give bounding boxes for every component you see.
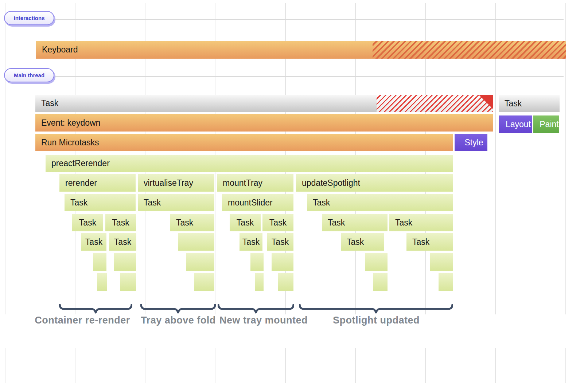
gridline-vertical — [215, 348, 215, 383]
task-bar[interactable]: Task — [81, 233, 106, 251]
annotation-label: Tray above fold — [141, 315, 216, 326]
rerender-bar[interactable]: rerender — [59, 174, 136, 192]
bar-label: Task — [322, 218, 345, 228]
anonymous-task-bar[interactable] — [186, 253, 214, 271]
bar-label: Task — [499, 99, 522, 109]
anonymous-task-bar[interactable] — [97, 273, 107, 291]
bar-label: Task — [114, 237, 131, 247]
annotation-label: Container re-render — [35, 315, 130, 326]
bar-label: mountSlider — [222, 198, 273, 208]
anonymous-task-bar[interactable] — [255, 273, 264, 291]
bar-label: virtualiseTray — [138, 178, 193, 188]
anonymous-task-bar[interactable] — [178, 233, 214, 251]
bar-label: Task — [237, 218, 254, 228]
task-bar[interactable]: Task — [406, 233, 453, 251]
task-bar[interactable]: Task — [170, 214, 214, 231]
gridline-vertical — [5, 348, 5, 383]
bar-label: Run Microtasks — [35, 138, 99, 148]
mount-slider-bar[interactable]: mountSlider — [222, 194, 293, 211]
anonymous-task-bar[interactable] — [120, 273, 136, 291]
bar-label: Task — [35, 98, 58, 108]
task-bar[interactable]: Task — [307, 194, 453, 211]
anonymous-task-bar[interactable] — [93, 253, 106, 271]
task-bar[interactable]: Task — [65, 194, 136, 211]
task-bar[interactable]: Task — [341, 233, 384, 251]
interactions-track-badge[interactable]: Interactions — [4, 11, 54, 25]
bar-label: Event: keydown — [35, 118, 100, 128]
anonymous-task-bar[interactable] — [250, 253, 264, 271]
bar-label: Task — [85, 237, 102, 247]
task-bar[interactable]: Task — [72, 214, 103, 231]
task-bar[interactable]: Task — [105, 214, 136, 231]
main-thread-track-label: Main thread — [14, 72, 44, 78]
bar-label: Task — [269, 218, 287, 228]
task-bar[interactable]: Task — [262, 214, 293, 231]
main-thread-track-separator-line — [55, 76, 564, 77]
keyboard-bar[interactable]: Keyboard — [36, 41, 566, 59]
virtualise-tray-bar[interactable]: virtualiseTray — [138, 174, 214, 192]
preact-rerender-bar[interactable]: preactRerender — [46, 155, 453, 172]
bar-label: rerender — [59, 178, 97, 188]
bar-label: preactRerender — [46, 158, 110, 168]
task-bar[interactable]: Task — [389, 214, 453, 231]
performance-flame-chart: Interactions Main thread KeyboardTaskEve… — [0, 0, 584, 392]
interactions-track-separator-line — [55, 19, 564, 20]
bar-label: Layout — [500, 119, 531, 129]
bar-label: Task — [406, 237, 429, 247]
bar-label: Paint — [534, 119, 558, 129]
gridline-vertical — [565, 348, 566, 383]
anonymous-task-bar[interactable] — [278, 273, 293, 291]
gridline-vertical — [145, 348, 145, 383]
anonymous-task-bar[interactable] — [114, 253, 136, 271]
bar-label: Task — [112, 218, 129, 228]
mount-tray-bar[interactable]: mountTray — [217, 174, 293, 192]
bar-label: Task — [65, 198, 87, 208]
bar-label: Task — [170, 218, 193, 228]
bar-label: Task — [341, 237, 364, 247]
long-task-corner-flag — [479, 95, 493, 109]
paint-bar[interactable]: Paint — [533, 115, 559, 133]
task-bar[interactable]: Task — [138, 194, 214, 211]
task-bar[interactable]: Task — [109, 233, 136, 251]
anonymous-task-bar[interactable] — [439, 273, 453, 291]
second-task-bar[interactable]: Task — [499, 95, 560, 112]
style-bar[interactable]: Style — [455, 134, 487, 151]
bar-label: Keyboard — [36, 45, 78, 55]
main-thread-track-badge[interactable]: Main thread — [4, 68, 54, 82]
annotation-label: Spotlight updated — [333, 315, 420, 326]
gridline-vertical — [5, 3, 5, 314]
annotation-brace — [299, 304, 453, 314]
run-microtasks-bar[interactable]: Run Microtasks — [35, 134, 453, 151]
anonymous-task-bar[interactable] — [194, 273, 214, 291]
overrun-hatch-pattern — [373, 41, 566, 59]
annotation-brace — [140, 304, 216, 314]
bar-label: mountTray — [217, 178, 262, 188]
main-task-bar[interactable]: Task — [35, 95, 493, 112]
event-keydown-bar[interactable]: Event: keydown — [35, 114, 493, 132]
anonymous-task-bar[interactable] — [365, 253, 388, 271]
layout-bar[interactable]: Layout — [499, 115, 532, 133]
bar-label: Task — [242, 237, 260, 247]
anonymous-task-bar[interactable] — [430, 253, 453, 271]
gridline-vertical — [285, 348, 286, 383]
anonymous-task-bar[interactable] — [272, 253, 293, 271]
bar-label: Task — [389, 218, 412, 228]
bar-label: Style — [459, 138, 483, 148]
annotation-brace — [218, 304, 294, 314]
annotation-brace — [59, 304, 132, 314]
gridline-vertical — [425, 348, 426, 383]
gridline-vertical — [495, 348, 496, 383]
update-spotlight-bar[interactable]: updateSpotlight — [296, 174, 453, 192]
task-bar[interactable]: Task — [322, 214, 388, 231]
bar-label: Task — [307, 198, 330, 208]
interactions-track-label: Interactions — [13, 15, 44, 21]
task-bar[interactable]: Task — [240, 233, 262, 251]
task-bar[interactable]: Task — [230, 214, 261, 231]
gridline-vertical — [355, 348, 356, 383]
task-bar[interactable]: Task — [267, 233, 293, 251]
gridline-vertical — [75, 348, 75, 383]
anonymous-task-bar[interactable] — [373, 273, 388, 291]
annotation-label: New tray mounted — [219, 315, 308, 326]
bar-label: updateSpotlight — [296, 178, 360, 188]
bar-label: Task — [272, 237, 289, 247]
